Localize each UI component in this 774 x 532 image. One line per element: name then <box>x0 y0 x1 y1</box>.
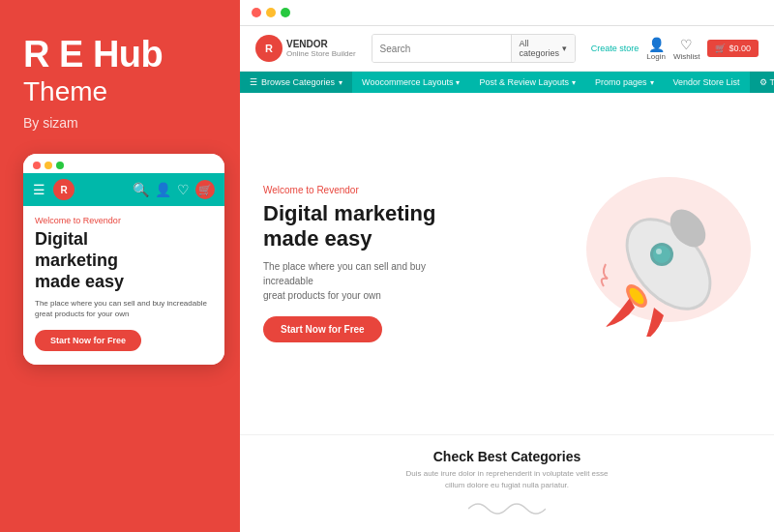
logo-text-block: VENDOR Online Store Builder <box>286 39 356 58</box>
browser-dot-green <box>281 8 290 17</box>
brand-subtitle: Theme <box>23 75 107 108</box>
login-icon: 👤 <box>648 37 665 52</box>
search-icon[interactable]: 🔍 <box>133 182 149 197</box>
mockup-description: The place where you can sell and buy inc… <box>35 298 213 319</box>
search-button[interactable]: 🔍 <box>575 35 576 62</box>
site-header: R VENDOR Online Store Builder All catego… <box>240 26 774 72</box>
left-panel: R E Hub Theme By sizam ☰ R 🔍 👤 ♡ 🛒 Welco… <box>0 0 240 532</box>
browser-dot-yellow <box>266 8 276 17</box>
nav-promo-pages[interactable]: Promo pages ▾ <box>585 72 664 93</box>
hero-image <box>557 187 751 341</box>
create-store-button[interactable]: Create store <box>591 44 640 53</box>
brand-title: R E Hub <box>23 35 163 75</box>
logo-title: VENDOR <box>286 39 356 49</box>
wavy-line-decoration <box>263 499 751 518</box>
search-bar: All categories ▾ 🔍 <box>372 34 576 63</box>
categories-section: Check Best Categories Duis aute irure do… <box>240 434 774 532</box>
brand-author: By sizam <box>23 115 78 131</box>
nav-woocommerce-layouts[interactable]: Woocommerce Layouts ▾ <box>352 72 469 93</box>
chevron-down-icon: ▾ <box>650 78 654 87</box>
svg-point-5 <box>656 249 662 254</box>
heart-icon[interactable]: ♡ <box>177 182 190 197</box>
dot-red <box>33 162 41 169</box>
heart-icon: ♡ <box>680 37 693 52</box>
rocket-illustration <box>577 192 731 337</box>
hero-description: The place where you can sell and buy inc… <box>263 259 476 303</box>
header-actions: Create store 👤 Login ♡ Wishlist 🛒 $0.00 <box>591 37 759 61</box>
mockup-heading: Digital marketing made easy <box>35 229 213 292</box>
gear-icon: ⚙ <box>759 77 767 87</box>
mockup-cta-button[interactable]: Start Now for Free <box>35 330 141 351</box>
browser-chrome <box>240 0 774 26</box>
nav-post-review-layouts[interactable]: Post & Review Layouts ▾ <box>469 72 585 93</box>
right-panel: R VENDOR Online Store Builder All catego… <box>240 0 774 532</box>
hero-text: Welcome to Revendor Digital marketing ma… <box>263 185 557 343</box>
dot-yellow <box>45 162 52 169</box>
hero-heading: Digital marketing made easy <box>263 201 557 252</box>
login-button[interactable]: 👤 Login <box>646 37 666 61</box>
nav-tutorials[interactable]: ⚙ Tutorials <box>750 72 774 93</box>
chevron-down-icon: ▾ <box>456 78 460 87</box>
hero-welcome-text: Welcome to Revendor <box>263 185 557 195</box>
logo-circle: R <box>255 35 283 62</box>
mockup-content: Welcome to Revendor Digital marketing ma… <box>23 206 224 364</box>
svg-point-4 <box>653 246 670 263</box>
search-input[interactable] <box>372 35 511 62</box>
dot-green <box>56 162 64 169</box>
mockup-nav-icons: 🔍 👤 ♡ 🛒 <box>133 180 215 199</box>
nav-browse-categories[interactable]: ☰ Browse Categories ▾ <box>240 72 352 93</box>
user-icon[interactable]: 👤 <box>155 182 171 197</box>
cart-button[interactable]: 🛒 $0.00 <box>707 40 759 57</box>
menu-icon: ☰ <box>250 77 257 87</box>
hero-cta-button[interactable]: Start Now for Free <box>263 316 382 342</box>
categories-heading: Check Best Categories <box>263 449 751 464</box>
hamburger-icon[interactable]: ☰ <box>33 182 45 197</box>
chevron-down-icon: ▾ <box>562 44 567 53</box>
categories-description: Duis aute irure dolor in reprehenderit i… <box>263 468 751 491</box>
mockup-logo: R <box>53 179 74 200</box>
mockup-welcome-text: Welcome to Revendor <box>35 216 213 225</box>
cart-icon[interactable]: 🛒 <box>195 180 215 199</box>
wishlist-button[interactable]: ♡ Wishlist <box>673 37 700 61</box>
nav-vendor-store-list[interactable]: Vendor Store List <box>664 72 750 93</box>
site-logo: R VENDOR Online Store Builder <box>255 35 356 62</box>
mobile-mockup: ☰ R 🔍 👤 ♡ 🛒 Welcome to Revendor Digital … <box>23 154 224 364</box>
chevron-down-icon: ▾ <box>572 78 576 87</box>
mockup-top-bar <box>23 154 224 173</box>
hero-section: Welcome to Revendor Digital marketing ma… <box>240 93 774 434</box>
logo-subtitle: Online Store Builder <box>286 49 356 58</box>
search-category-dropdown[interactable]: All categories ▾ <box>511 35 576 62</box>
cart-icon: 🛒 <box>715 44 726 53</box>
browser-dot-red <box>252 8 261 17</box>
site-navigation: ☰ Browse Categories ▾ Woocommerce Layout… <box>240 72 774 93</box>
chevron-down-icon: ▾ <box>339 78 342 87</box>
mockup-navbar: ☰ R 🔍 👤 ♡ 🛒 <box>23 173 224 206</box>
